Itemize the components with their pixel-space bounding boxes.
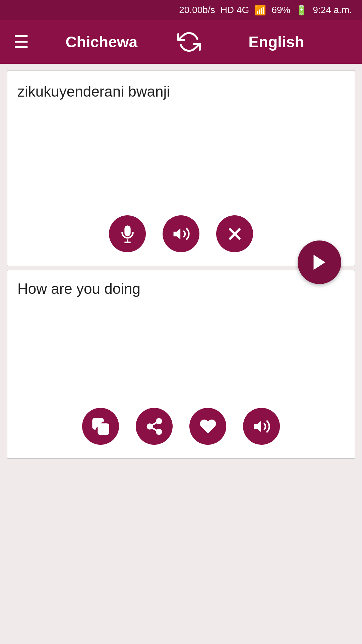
status-time: 9:24 a.m.: [313, 5, 352, 15]
listen-source-button[interactable]: [163, 215, 199, 252]
swap-languages-button[interactable]: [174, 27, 204, 57]
output-actions: [17, 408, 345, 451]
status-network: HD 4G: [221, 5, 249, 15]
translated-text: How are you doing: [17, 280, 345, 401]
svg-rect-6: [98, 424, 108, 434]
source-text-input[interactable]: [17, 81, 345, 209]
status-battery: 69%: [272, 5, 290, 15]
translate-button[interactable]: [298, 240, 341, 284]
background-fill: [0, 466, 362, 644]
svg-line-10: [152, 427, 157, 430]
input-panel: [7, 70, 355, 266]
listen-output-button[interactable]: [243, 408, 280, 445]
svg-marker-2: [173, 228, 180, 239]
status-speed: 20.00b/s: [179, 5, 215, 15]
favorite-button[interactable]: [189, 408, 226, 445]
status-battery-icon: 🔋: [296, 5, 307, 16]
target-language-label[interactable]: English: [204, 33, 349, 51]
menu-button[interactable]: ☰: [13, 33, 29, 51]
svg-line-11: [152, 422, 157, 425]
copy-button[interactable]: [82, 408, 119, 445]
svg-marker-12: [254, 421, 261, 432]
output-panel: How are you doing: [7, 270, 355, 459]
toolbar: ☰ Chichewa English: [0, 20, 362, 64]
clear-button[interactable]: [216, 215, 253, 252]
main-content: How are you doing: [0, 64, 362, 644]
microphone-button[interactable]: [109, 215, 146, 252]
svg-marker-5: [314, 255, 325, 270]
source-language-label[interactable]: Chichewa: [29, 33, 174, 51]
status-bar: 20.00b/s HD 4G 📶 69% 🔋 9:24 a.m.: [0, 0, 362, 20]
input-actions: [17, 215, 345, 259]
share-button[interactable]: [136, 408, 173, 445]
status-signal: 📶: [254, 5, 266, 16]
